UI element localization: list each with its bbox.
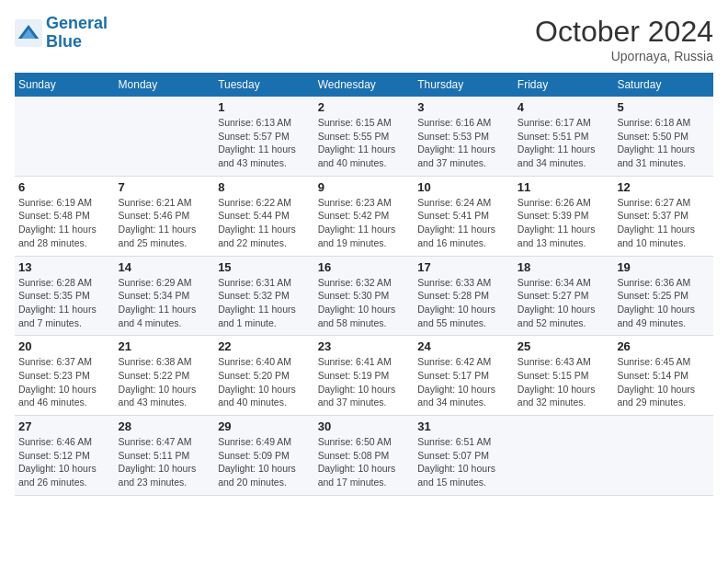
day-cell-9: 9Sunrise: 6:23 AM Sunset: 5:42 PM Daylig… xyxy=(314,176,415,256)
day-info: Sunrise: 6:34 AM Sunset: 5:27 PM Dayligh… xyxy=(518,276,610,330)
day-cell-6: 6Sunrise: 6:19 AM Sunset: 5:48 PM Daylig… xyxy=(15,176,115,256)
day-cell-17: 17Sunrise: 6:33 AM Sunset: 5:28 PM Dayli… xyxy=(414,256,514,336)
location: Upornaya, Russia xyxy=(535,49,713,63)
day-number: 30 xyxy=(318,419,411,433)
day-info: Sunrise: 6:38 AM Sunset: 5:22 PM Dayligh… xyxy=(119,355,211,409)
day-info: Sunrise: 6:21 AM Sunset: 5:46 PM Dayligh… xyxy=(119,196,211,250)
day-number: 23 xyxy=(318,339,411,353)
weekday-header-row: SundayMondayTuesdayWednesdayThursdayFrid… xyxy=(15,73,713,97)
day-cell-3: 3Sunrise: 6:16 AM Sunset: 5:53 PM Daylig… xyxy=(414,97,514,176)
weekday-header-sunday: Sunday xyxy=(15,73,115,97)
day-number: 31 xyxy=(417,419,510,433)
empty-cell xyxy=(15,97,115,176)
day-info: Sunrise: 6:27 AM Sunset: 5:37 PM Dayligh… xyxy=(617,196,710,250)
day-info: Sunrise: 6:26 AM Sunset: 5:39 PM Dayligh… xyxy=(518,196,610,250)
day-number: 19 xyxy=(617,260,710,274)
day-info: Sunrise: 6:31 AM Sunset: 5:32 PM Dayligh… xyxy=(218,276,311,330)
day-cell-13: 13Sunrise: 6:28 AM Sunset: 5:35 PM Dayli… xyxy=(15,256,115,336)
day-cell-2: 2Sunrise: 6:15 AM Sunset: 5:55 PM Daylig… xyxy=(314,97,415,176)
day-info: Sunrise: 6:43 AM Sunset: 5:15 PM Dayligh… xyxy=(518,355,610,409)
day-cell-19: 19Sunrise: 6:36 AM Sunset: 5:25 PM Dayli… xyxy=(613,256,713,336)
day-number: 25 xyxy=(518,339,610,353)
weekday-header-friday: Friday xyxy=(514,73,614,97)
day-info: Sunrise: 6:16 AM Sunset: 5:53 PM Dayligh… xyxy=(417,116,510,170)
day-number: 20 xyxy=(18,339,111,353)
day-number: 11 xyxy=(518,180,610,194)
empty-cell xyxy=(613,416,713,496)
weekday-header-monday: Monday xyxy=(115,73,215,97)
day-cell-22: 22Sunrise: 6:40 AM Sunset: 5:20 PM Dayli… xyxy=(214,336,314,416)
day-number: 3 xyxy=(417,100,510,114)
page-header: General Blue October 2024 Upornaya, Russ… xyxy=(15,15,713,63)
day-cell-24: 24Sunrise: 6:42 AM Sunset: 5:17 PM Dayli… xyxy=(414,336,514,416)
calendar-table: SundayMondayTuesdayWednesdayThursdayFrid… xyxy=(15,73,713,496)
logo-text: General Blue xyxy=(46,15,108,52)
week-row-5: 27Sunrise: 6:46 AM Sunset: 5:12 PM Dayli… xyxy=(15,416,713,496)
day-info: Sunrise: 6:23 AM Sunset: 5:42 PM Dayligh… xyxy=(318,196,411,250)
day-cell-4: 4Sunrise: 6:17 AM Sunset: 5:51 PM Daylig… xyxy=(514,97,614,176)
day-number: 17 xyxy=(417,260,510,274)
empty-cell xyxy=(514,416,614,496)
day-info: Sunrise: 6:24 AM Sunset: 5:41 PM Dayligh… xyxy=(417,196,510,250)
weekday-header-thursday: Thursday xyxy=(414,73,514,97)
day-number: 9 xyxy=(318,180,411,194)
weekday-header-tuesday: Tuesday xyxy=(214,73,314,97)
month-title: October 2024 xyxy=(535,15,713,49)
day-info: Sunrise: 6:33 AM Sunset: 5:28 PM Dayligh… xyxy=(417,276,510,330)
day-number: 26 xyxy=(617,339,710,353)
day-number: 4 xyxy=(518,100,610,114)
day-number: 21 xyxy=(119,339,211,353)
day-info: Sunrise: 6:19 AM Sunset: 5:48 PM Dayligh… xyxy=(18,196,111,250)
day-info: Sunrise: 6:13 AM Sunset: 5:57 PM Dayligh… xyxy=(218,116,311,170)
day-info: Sunrise: 6:41 AM Sunset: 5:19 PM Dayligh… xyxy=(318,355,411,409)
day-cell-30: 30Sunrise: 6:50 AM Sunset: 5:08 PM Dayli… xyxy=(314,416,415,496)
day-info: Sunrise: 6:45 AM Sunset: 5:14 PM Dayligh… xyxy=(617,355,710,409)
week-row-2: 6Sunrise: 6:19 AM Sunset: 5:48 PM Daylig… xyxy=(15,176,713,256)
day-info: Sunrise: 6:51 AM Sunset: 5:07 PM Dayligh… xyxy=(417,435,510,489)
day-cell-28: 28Sunrise: 6:47 AM Sunset: 5:11 PM Dayli… xyxy=(115,416,215,496)
day-info: Sunrise: 6:15 AM Sunset: 5:55 PM Dayligh… xyxy=(318,116,411,170)
title-block: October 2024 Upornaya, Russia xyxy=(535,15,713,63)
day-cell-23: 23Sunrise: 6:41 AM Sunset: 5:19 PM Dayli… xyxy=(314,336,415,416)
day-number: 18 xyxy=(518,260,610,274)
day-cell-21: 21Sunrise: 6:38 AM Sunset: 5:22 PM Dayli… xyxy=(115,336,215,416)
day-number: 16 xyxy=(318,260,411,274)
day-info: Sunrise: 6:47 AM Sunset: 5:11 PM Dayligh… xyxy=(119,435,211,489)
day-cell-25: 25Sunrise: 6:43 AM Sunset: 5:15 PM Dayli… xyxy=(514,336,614,416)
day-info: Sunrise: 6:17 AM Sunset: 5:51 PM Dayligh… xyxy=(518,116,610,170)
day-number: 10 xyxy=(417,180,510,194)
day-info: Sunrise: 6:22 AM Sunset: 5:44 PM Dayligh… xyxy=(218,196,311,250)
day-number: 13 xyxy=(18,260,111,274)
day-cell-1: 1Sunrise: 6:13 AM Sunset: 5:57 PM Daylig… xyxy=(214,97,314,176)
day-info: Sunrise: 6:28 AM Sunset: 5:35 PM Dayligh… xyxy=(18,276,111,330)
day-cell-18: 18Sunrise: 6:34 AM Sunset: 5:27 PM Dayli… xyxy=(514,256,614,336)
logo: General Blue xyxy=(15,15,108,52)
day-info: Sunrise: 6:46 AM Sunset: 5:12 PM Dayligh… xyxy=(18,435,111,489)
day-info: Sunrise: 6:42 AM Sunset: 5:17 PM Dayligh… xyxy=(417,355,510,409)
day-number: 2 xyxy=(318,100,411,114)
day-number: 5 xyxy=(617,100,710,114)
day-cell-11: 11Sunrise: 6:26 AM Sunset: 5:39 PM Dayli… xyxy=(514,176,614,256)
day-number: 8 xyxy=(218,180,311,194)
week-row-1: 1Sunrise: 6:13 AM Sunset: 5:57 PM Daylig… xyxy=(15,97,713,176)
weekday-header-wednesday: Wednesday xyxy=(314,73,415,97)
day-info: Sunrise: 6:49 AM Sunset: 5:09 PM Dayligh… xyxy=(218,435,311,489)
day-number: 29 xyxy=(218,419,311,433)
day-cell-16: 16Sunrise: 6:32 AM Sunset: 5:30 PM Dayli… xyxy=(314,256,415,336)
day-number: 1 xyxy=(218,100,311,114)
day-number: 22 xyxy=(218,339,311,353)
day-number: 27 xyxy=(18,419,111,433)
day-cell-12: 12Sunrise: 6:27 AM Sunset: 5:37 PM Dayli… xyxy=(613,176,713,256)
day-number: 24 xyxy=(417,339,510,353)
day-number: 12 xyxy=(617,180,710,194)
day-info: Sunrise: 6:50 AM Sunset: 5:08 PM Dayligh… xyxy=(318,435,411,489)
day-cell-26: 26Sunrise: 6:45 AM Sunset: 5:14 PM Dayli… xyxy=(613,336,713,416)
empty-cell xyxy=(115,97,215,176)
day-number: 28 xyxy=(119,419,211,433)
weekday-header-saturday: Saturday xyxy=(613,73,713,97)
day-cell-7: 7Sunrise: 6:21 AM Sunset: 5:46 PM Daylig… xyxy=(115,176,215,256)
day-number: 7 xyxy=(119,180,211,194)
day-info: Sunrise: 6:36 AM Sunset: 5:25 PM Dayligh… xyxy=(617,276,710,330)
day-cell-31: 31Sunrise: 6:51 AM Sunset: 5:07 PM Dayli… xyxy=(414,416,514,496)
day-cell-10: 10Sunrise: 6:24 AM Sunset: 5:41 PM Dayli… xyxy=(414,176,514,256)
